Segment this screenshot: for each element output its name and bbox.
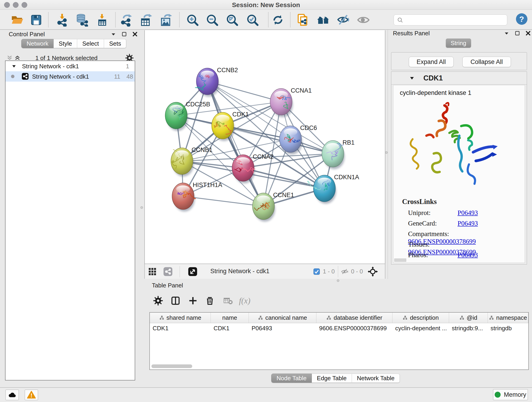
node-RB1[interactable]: RB1 (322, 139, 355, 169)
open-external-icon[interactable] (188, 267, 197, 276)
memory-button[interactable]: Memory (493, 389, 528, 400)
protein-section-header[interactable]: CDK1 (391, 72, 527, 85)
table-cell[interactable]: cyclin-dependent ... (393, 323, 449, 333)
table-options-gear-icon[interactable] (152, 295, 164, 307)
export-network-button[interactable] (119, 13, 133, 27)
import-network-file-button[interactable] (55, 13, 69, 27)
zoom-selected-button[interactable] (246, 13, 259, 27)
function-builder-icon[interactable]: f(x) (239, 295, 251, 307)
tab-network[interactable]: Network (21, 39, 54, 48)
import-network-database-button[interactable] (75, 13, 89, 27)
tab-network-table[interactable]: Network Table (352, 374, 400, 383)
column-header-shared-name[interactable]: shared name (150, 313, 211, 323)
open-session-button[interactable] (10, 13, 24, 27)
results-scrollbar-thumb[interactable] (394, 259, 406, 262)
panel-close-icon[interactable] (132, 31, 138, 37)
crosslink-link[interactable]: P06493 (457, 251, 478, 259)
column-header-@id[interactable]: @id (449, 313, 488, 323)
left-splitter-grip[interactable] (140, 206, 143, 209)
node-CCNB2[interactable]: CCNB2 (195, 67, 238, 97)
node-CCNB1[interactable]: CCNB1 (171, 147, 213, 177)
column-header-canonical-name[interactable]: canonical name (249, 313, 317, 323)
table-cell[interactable]: CDK1 (211, 323, 249, 333)
panel-float-icon[interactable] (515, 31, 520, 36)
crosslink-link[interactable]: P06493 (457, 220, 478, 227)
table-cell[interactable]: CDK1 (150, 323, 211, 333)
selected-checkbox-icon[interactable] (313, 268, 320, 275)
node-CDK1[interactable]: CDK1 (212, 111, 249, 141)
cloud-button[interactable] (6, 390, 19, 400)
table-cell[interactable]: 9606.ENSP00000378699 (317, 323, 393, 333)
zoom-window-button[interactable] (22, 2, 27, 8)
right-splitter-grip[interactable] (385, 151, 388, 154)
node-CCNE1[interactable]: CCNE1 (253, 191, 294, 222)
save-session-button[interactable] (29, 13, 43, 27)
network-graph[interactable]: CCNB2CCNA1CDC25BCDK1CDC6RB1CCNB1CCNA2CDK… (145, 30, 385, 263)
import-table-file-button[interactable] (95, 13, 109, 27)
zoom-out-button[interactable] (205, 13, 219, 27)
node-HIST1H1A[interactable]: HIST1H1A (172, 182, 222, 211)
tab-edge-table[interactable]: Edge Table (312, 374, 352, 383)
crosslink-row: Uniprot:P06493 (408, 209, 478, 220)
node-label-CDK1: CDK1 (232, 111, 249, 118)
tab-string[interactable]: String (446, 38, 471, 48)
export-table-button[interactable] (139, 13, 153, 27)
clone-network-button[interactable] (296, 13, 310, 27)
node-CCNA1[interactable]: CCNA1 (270, 87, 312, 117)
tab-node-table[interactable]: Node Table (271, 374, 312, 383)
collapse-all-button[interactable]: Collapse All (462, 57, 511, 67)
hidden-eye-icon[interactable] (341, 268, 349, 275)
show-all-button[interactable] (356, 13, 370, 27)
network-collection-row[interactable]: String Network - cdk1 1 (6, 61, 135, 71)
column-header-name[interactable]: name (211, 313, 249, 323)
column-header-description[interactable]: description (393, 313, 449, 323)
table-scrollbar-thumb[interactable] (152, 364, 192, 368)
tab-sets[interactable]: Sets (104, 39, 126, 48)
expand-all-button[interactable]: Expand All (409, 57, 454, 67)
help-button[interactable]: ? (516, 13, 527, 25)
node-label-RB1: RB1 (342, 139, 355, 146)
delete-table-icon[interactable] (222, 295, 234, 307)
footer-share-icon[interactable] (163, 267, 173, 276)
fit-selected-crosshair-icon[interactable] (367, 266, 378, 277)
export-image-button[interactable] (159, 13, 173, 27)
section-caret-icon[interactable] (409, 75, 415, 81)
panel-close-icon[interactable] (525, 30, 531, 36)
network-edge-count: 48 (127, 73, 133, 80)
network-canvas[interactable]: CCNB2CCNA1CDC25BCDK1CDC6RB1CCNB1CCNA2CDK… (144, 30, 385, 264)
first-neighbors-button[interactable] (317, 13, 330, 27)
show-columns-icon[interactable] (170, 295, 181, 307)
node-CDC6[interactable]: CDC6 (279, 124, 317, 154)
search-input[interactable] (406, 16, 504, 24)
warnings-button[interactable] (25, 390, 38, 400)
refresh-button[interactable] (271, 13, 285, 27)
table-cell[interactable]: stringdb:9... (449, 323, 488, 333)
table-cell[interactable]: stringdb (488, 323, 528, 333)
zoom-fit-button[interactable] (225, 13, 239, 27)
hide-selected-button[interactable] (336, 13, 350, 27)
tab-style[interactable]: Style (54, 39, 77, 48)
table-row[interactable]: CDK1CDK1P064939606.ENSP00000378699cyclin… (150, 323, 528, 333)
collection-caret-icon[interactable] (12, 64, 17, 69)
panel-menu-icon[interactable] (110, 31, 116, 37)
delete-column-icon[interactable] (204, 295, 216, 307)
edge-CCNE1-HIST1H1A[interactable] (183, 196, 264, 206)
birdseye-grid-icon[interactable] (148, 267, 157, 276)
node-CDC25B[interactable]: CDC25B (165, 101, 210, 131)
tab-select[interactable]: Select (77, 39, 104, 48)
zoom-in-button[interactable] (186, 13, 199, 27)
add-column-icon[interactable] (187, 295, 199, 307)
protein-details: cyclin-dependent kinase 1 (393, 85, 525, 263)
node-CCNA2[interactable]: CCNA2 (232, 153, 274, 183)
close-window-button[interactable] (4, 2, 10, 8)
column-header-namespace[interactable]: namespace (488, 313, 528, 323)
panel-menu-icon[interactable] (504, 30, 510, 36)
table-cell[interactable]: P06493 (249, 323, 317, 333)
node-CDKN1A[interactable]: CDKN1A (307, 174, 359, 204)
horizontal-splitter-grip[interactable] (337, 279, 339, 282)
network-row[interactable]: String Network - cdk1 11 48 (6, 71, 135, 82)
crosslink-link[interactable]: P06493 (457, 209, 478, 216)
panel-float-icon[interactable] (121, 32, 127, 37)
minimize-window-button[interactable] (13, 2, 19, 8)
column-header-database-identifier[interactable]: database identifier (317, 313, 393, 323)
